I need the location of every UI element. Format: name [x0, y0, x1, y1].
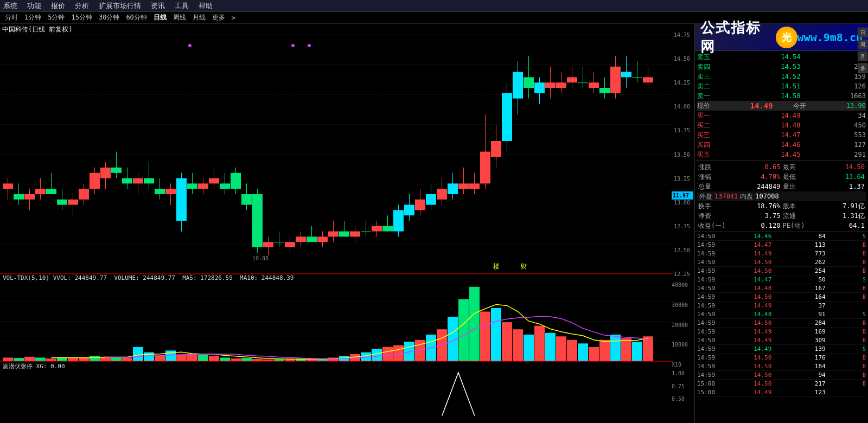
- info-row-2: 涨幅 4.70% 最低 13.64: [697, 172, 866, 182]
- trade-row: 14:5914.4684S: [697, 232, 866, 241]
- tf-1min[interactable]: 1分钟: [22, 13, 44, 22]
- menu-market[interactable]: 扩展市场行情: [99, 1, 141, 11]
- buy-row-1: 买一 14.49 34: [697, 111, 866, 120]
- tf-label: 分时: [2, 13, 21, 22]
- sell-row-4: 卖四 14.53 244: [697, 62, 866, 72]
- trade-row: 14:5914.48167B: [697, 284, 866, 293]
- multi-btn[interactable]: 多: [858, 63, 867, 73]
- menu-tools[interactable]: 工具: [175, 1, 189, 11]
- trade-row: 14:5914.50184B: [697, 362, 866, 371]
- month-btn[interactable]: 月: [858, 52, 867, 61]
- trade-row: 15:0014.49123: [697, 388, 866, 397]
- menu-help[interactable]: 帮助: [199, 1, 213, 11]
- info-row-1: 涨跌 0.65 最高 14.50: [697, 162, 866, 172]
- info-row-5: 净资 3.75 流通 1.31亿: [697, 211, 866, 221]
- week-btn[interactable]: 周: [858, 40, 867, 49]
- brand-header: 公式指标网 光 www.9m8.cn: [695, 24, 868, 51]
- tf-30min[interactable]: 30分钟: [96, 13, 122, 22]
- trade-row: 14:5914.49309B: [697, 336, 866, 345]
- main-chart-canvas: [0, 24, 694, 423]
- sell-row-1: 卖一 14.50 1663: [697, 91, 866, 101]
- sell-row-5: 卖五 14.54 69: [697, 52, 866, 62]
- tf-monthly[interactable]: 月线: [190, 13, 208, 22]
- trade-row: 14:5914.4891S: [697, 310, 866, 319]
- trade-row: 14:5914.50262B: [697, 258, 866, 267]
- trade-row: 14:5914.49169B: [697, 328, 866, 336]
- sell-row-2: 卖二 14.51 126: [697, 81, 866, 91]
- buy-row-2: 买二 14.48 450: [697, 120, 866, 130]
- tf-arrow[interactable]: >: [229, 14, 238, 22]
- trade-row: 14:5914.50284B: [697, 319, 866, 328]
- tf-15min[interactable]: 15分钟: [68, 13, 94, 22]
- trade-row: 14:5914.5094B: [697, 371, 866, 380]
- order-book: 卖五 14.54 69 卖四 14.53 244 卖三 14.52 159 卖二…: [695, 51, 868, 161]
- menu-quote[interactable]: 报价: [51, 1, 65, 11]
- tf-60min[interactable]: 60分钟: [123, 13, 149, 22]
- right-buttons: 日 周 月 多: [857, 27, 868, 74]
- info-row-4: 换手 18.76% 股本 7.91亿: [697, 201, 866, 211]
- sell-row-3: 卖三 14.52 159: [697, 72, 866, 81]
- buy-row-5: 买五 14.45 291: [697, 150, 866, 159]
- day-btn[interactable]: 日: [858, 28, 867, 37]
- trade-row: 14:5914.49139S: [697, 345, 866, 354]
- buy-row-3: 买三 14.47 553: [697, 130, 866, 140]
- info-row-outer: 外盘 137841 内盘 107008: [697, 191, 866, 201]
- trade-row: 14:5914.4750S: [697, 275, 866, 284]
- stock-info: 涨跌 0.65 最高 14.50 涨幅 4.70% 最低 13.64: [695, 161, 868, 232]
- menu-bar: 系统 功能 报价 分析 扩展市场行情 资讯 工具 帮助: [0, 0, 868, 12]
- buy-row-4: 买四 14.46 127: [697, 140, 866, 150]
- current-price-row: 现价 14.49 今开 13.90: [697, 101, 866, 111]
- brand-title: 公式指标网: [700, 18, 776, 56]
- trade-row: 14:5914.50176B: [697, 354, 866, 362]
- trade-list: 14:5914.4684S 14:5914.47113B 14:5914.497…: [695, 232, 868, 423]
- menu-function[interactable]: 功能: [27, 1, 41, 11]
- info-row-3: 总量 244849 量比 1.37: [697, 182, 866, 191]
- info-row-6: 收益(一) 0.120 PE(动) 64.1: [697, 221, 866, 230]
- brand-url: www.9m8.cn: [797, 31, 863, 44]
- trade-row: 14:5914.49773B: [697, 249, 866, 258]
- chart-title: 中国科传(日线 前复权): [2, 25, 73, 34]
- trade-row: 14:5914.50254B: [697, 267, 866, 275]
- trade-row: 15:0014.50217B: [697, 380, 866, 388]
- menu-analysis[interactable]: 分析: [75, 1, 89, 11]
- chart-area: 中国科传(日线 前复权): [0, 24, 694, 423]
- tf-more[interactable]: 更多: [209, 13, 228, 22]
- trade-row: 14:5914.50164B: [697, 293, 866, 302]
- tf-5min[interactable]: 5分钟: [45, 13, 67, 22]
- main-layout: 中国科传(日线 前复权) 公式指标网 光 www.9m8.cn 卖五 14.54…: [0, 24, 868, 423]
- menu-system[interactable]: 系统: [3, 1, 17, 11]
- brand-logo: 光: [776, 27, 797, 48]
- tf-weekly[interactable]: 周线: [170, 13, 189, 22]
- tf-daily[interactable]: 日线: [151, 13, 169, 22]
- trade-row: 14:5914.4937: [697, 302, 866, 310]
- right-panel: 公式指标网 光 www.9m8.cn 卖五 14.54 69 卖四 14.53 …: [694, 24, 868, 423]
- menu-news[interactable]: 资讯: [151, 1, 165, 11]
- trade-row: 14:5914.47113B: [697, 241, 866, 249]
